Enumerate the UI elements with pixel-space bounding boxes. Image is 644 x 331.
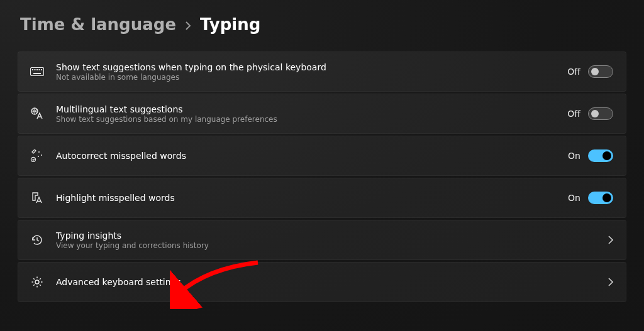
toggle-switch[interactable] <box>588 65 613 78</box>
chevron-right-icon <box>185 21 191 30</box>
setting-text: Advanced keyboard settings <box>56 277 608 287</box>
svg-rect-0 <box>31 68 44 76</box>
setting-text: Show text suggestions when typing on the… <box>56 62 567 82</box>
toggle-switch[interactable] <box>588 149 613 162</box>
toggle-switch[interactable] <box>588 107 613 120</box>
setting-highlight-misspelled[interactable]: Highlight misspelled words On <box>18 178 626 218</box>
setting-advanced-keyboard[interactable]: Advanced keyboard settings <box>18 262 626 302</box>
svg-rect-1 <box>32 69 33 70</box>
setting-title: Autocorrect misspelled words <box>56 151 568 161</box>
svg-point-10 <box>41 155 42 156</box>
svg-point-12 <box>35 280 39 284</box>
svg-rect-4 <box>39 69 40 70</box>
svg-rect-3 <box>36 69 38 70</box>
setting-title: Typing insights <box>56 231 608 241</box>
toggle-state-label: On <box>568 193 580 203</box>
toggle-switch[interactable] <box>588 192 613 204</box>
setting-title: Show text suggestions when typing on the… <box>56 62 567 72</box>
autocorrect-icon <box>28 149 46 162</box>
svg-rect-2 <box>35 69 36 70</box>
chevron-right-icon <box>608 236 613 244</box>
chevron-right-icon <box>608 278 613 286</box>
history-icon <box>28 234 46 246</box>
setting-autocorrect[interactable]: Autocorrect misspelled words On <box>18 136 626 176</box>
toggle-state-label: Off <box>567 67 580 77</box>
gear-icon <box>28 276 46 288</box>
setting-text-suggestions-physical[interactable]: Show text suggestions when typing on the… <box>18 52 626 92</box>
highlight-icon <box>28 192 46 204</box>
setting-text: Autocorrect misspelled words <box>56 151 568 161</box>
setting-subtitle: Not available in some languages <box>56 73 567 82</box>
setting-text: Multilingual text suggestions Show text … <box>56 104 567 124</box>
svg-point-11 <box>38 156 39 157</box>
toggle-state-label: Off <box>567 109 580 119</box>
svg-point-9 <box>38 151 40 153</box>
breadcrumb-current: Typing <box>200 15 260 34</box>
setting-subtitle: View your typing and corrections history <box>56 241 608 250</box>
breadcrumb: Time & language Typing <box>18 15 626 34</box>
setting-subtitle: Show text suggestions based on my langua… <box>56 115 567 124</box>
setting-text: Typing insights View your typing and cor… <box>56 231 608 250</box>
breadcrumb-parent[interactable]: Time & language <box>20 15 176 34</box>
keyboard-icon <box>28 67 46 76</box>
svg-rect-6 <box>33 73 41 74</box>
setting-title: Advanced keyboard settings <box>56 277 608 287</box>
setting-text: Highlight misspelled words <box>56 193 568 203</box>
multilingual-icon <box>28 107 46 120</box>
setting-typing-insights[interactable]: Typing insights View your typing and cor… <box>18 220 626 260</box>
svg-rect-5 <box>41 69 42 70</box>
setting-title: Multilingual text suggestions <box>56 104 567 114</box>
toggle-state-label: On <box>568 151 580 161</box>
setting-multilingual-suggestions[interactable]: Multilingual text suggestions Show text … <box>18 94 626 134</box>
setting-title: Highlight misspelled words <box>56 193 568 203</box>
settings-list: Show text suggestions when typing on the… <box>18 52 626 302</box>
